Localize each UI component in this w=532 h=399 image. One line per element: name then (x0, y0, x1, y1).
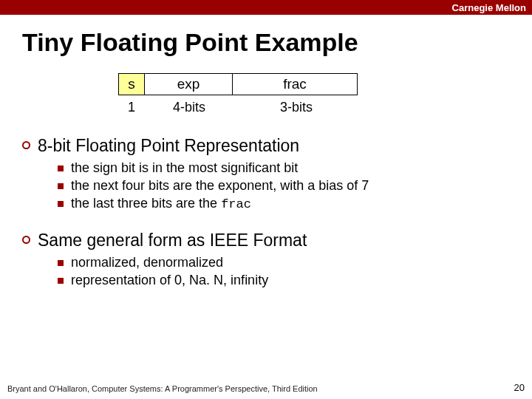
sub-item: normalized, denormalized (58, 255, 510, 270)
sub-text: the last three bits are the frac (71, 196, 251, 211)
width-frac: 3-bits (233, 100, 359, 115)
field-labels-row: s exp frac (118, 73, 532, 95)
sub-item: representation of 0, Na. N, infinity (58, 273, 510, 288)
sub-item: the sign bit is in the most significant … (58, 160, 510, 176)
field-exp: exp (144, 73, 233, 95)
brand-label: Carnegie Mellon (452, 2, 526, 13)
hollow-bullet-icon (22, 141, 30, 149)
point-heading: Same general form as IEEE Format (38, 231, 307, 250)
slide-title: Tiny Floating Point Example (22, 28, 532, 57)
bit-field-diagram: s exp frac 1 4-bits 3-bits (118, 73, 532, 115)
square-bullet-icon (58, 201, 64, 207)
header-bar: Carnegie Mellon (0, 0, 532, 15)
width-exp: 4-bits (145, 100, 233, 115)
width-s: 1 (118, 100, 145, 115)
sub-text: the sign bit is in the most significant … (71, 160, 298, 176)
mono-frac: frac (221, 197, 251, 211)
footer: Bryant and O'Hallaron, Computer Systems:… (7, 382, 525, 393)
sub-list: the sign bit is in the most significant … (58, 160, 510, 211)
sub-text: representation of 0, Na. N, infinity (71, 273, 268, 288)
sub-text: the next four bits are the exponent, wit… (71, 178, 369, 194)
square-bullet-icon (58, 183, 64, 189)
point-heading: 8-bit Floating Point Representation (38, 136, 299, 156)
bullet-point: 8-bit Floating Point Representation (22, 136, 510, 156)
hollow-bullet-icon (22, 236, 30, 244)
square-bullet-icon (58, 278, 64, 284)
sub-list: normalized, denormalized representation … (58, 255, 510, 288)
attribution-text: Bryant and O'Hallaron, Computer Systems:… (7, 384, 318, 393)
square-bullet-icon (58, 260, 64, 266)
bullet-point: Same general form as IEEE Format (22, 231, 510, 250)
field-s: s (118, 73, 145, 95)
sub-text: normalized, denormalized (71, 255, 223, 270)
content-area: 8-bit Floating Point Representation the … (22, 136, 510, 288)
sub-item: the next four bits are the exponent, wit… (58, 178, 510, 194)
page-number: 20 (514, 382, 525, 393)
square-bullet-icon (58, 166, 64, 171)
sub-item: the last three bits are the frac (58, 196, 510, 211)
field-widths-row: 1 4-bits 3-bits (118, 100, 532, 115)
field-frac: frac (232, 73, 358, 95)
sub-text-prefix: the last three bits are the (71, 196, 221, 211)
